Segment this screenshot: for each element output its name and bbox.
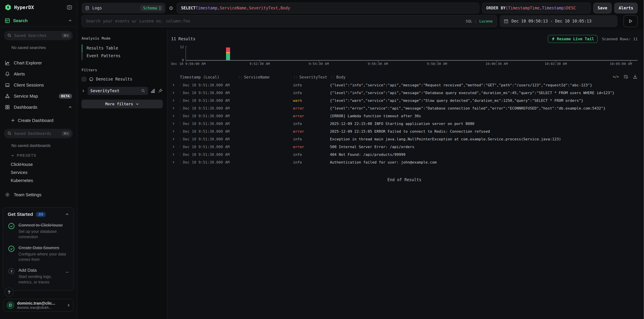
saved-searches-input[interactable]: ⌘K — [4, 31, 73, 40]
column-header-servicename[interactable]: ⋮⋮ServiceName — [238, 75, 293, 79]
resume-live-tail-button[interactable]: Resume Live Tail — [548, 35, 598, 43]
lang-sql-toggle[interactable]: SQL — [466, 19, 472, 23]
row-expand-chevron-icon[interactable] — [171, 145, 180, 148]
get-started-step-add-data[interactable]: 3 Add Data Start sending logs, metrics, … — [8, 268, 69, 285]
row-expand-chevron-icon[interactable] — [171, 99, 180, 102]
events-histogram[interactable]: 12 0 Dec 10 9:50:00 AM9:52:30 AM9:54:30 … — [171, 45, 638, 66]
column-header-severitytext[interactable]: ⋮⋮SeverityText — [293, 75, 330, 79]
search-input[interactable] — [86, 19, 462, 23]
row-expand-chevron-icon[interactable] — [171, 114, 180, 118]
table-header: Timestamp (Local) ⋮⋮ServiceName ⋮⋮Severi… — [171, 73, 638, 81]
table-row[interactable]: Dec 10 9:51:30.000 AM error 500 Internal… — [171, 143, 638, 151]
chevron-up-icon[interactable] — [65, 212, 69, 216]
drag-handle-icon[interactable]: ⋮⋮ — [238, 75, 242, 79]
table-row[interactable]: Dec 10 9:51:30.000 AM error [ERROR] Lamb… — [171, 112, 638, 120]
get-started-step-datasources[interactable]: Create Data Sources Configure where your… — [8, 245, 69, 262]
table-row[interactable]: Dec 10 9:51:30.000 AM warn {"level":"war… — [171, 97, 638, 104]
bell-icon — [5, 71, 10, 77]
sidebar-item-alerts[interactable]: Alerts — [0, 68, 77, 79]
source-select[interactable]: Logs Schema — [82, 3, 166, 13]
chevron-up-icon[interactable] — [68, 19, 72, 23]
run-query-button[interactable] — [624, 15, 638, 27]
mode-event-patterns[interactable]: Event Patterns — [82, 52, 163, 60]
column-header-body[interactable]: ⋮⋮Body — [330, 75, 638, 79]
sidebar-nav: Chart Explorer Alerts Client Sessions Se… — [0, 57, 77, 113]
schema-label: Schema — [143, 6, 157, 10]
user-account[interactable]: D dominic.tran@clic... dominic.tran@clic… — [3, 299, 74, 312]
schema-select[interactable]: Schema — [140, 5, 164, 11]
saved-dashboards-field[interactable] — [14, 131, 59, 136]
table-row[interactable]: Dec 10 9:51:30.000 AM error {"level":"er… — [171, 104, 638, 112]
chevron-up-icon[interactable] — [68, 105, 72, 109]
row-expand-chevron-icon[interactable] — [171, 122, 180, 125]
source-settings-gear-icon[interactable]: ⚙ — [168, 5, 174, 11]
row-expand-chevron-icon[interactable] — [171, 153, 180, 156]
table-row[interactable]: Dec 10 9:51:30.000 AM info {"level":"inf… — [171, 81, 638, 89]
create-dashboard-button[interactable]: Create Dashboard — [0, 115, 77, 125]
table-row[interactable]: Dec 10 9:51:30.000 AM info 404 Not Found… — [171, 151, 638, 158]
row-expand-chevron-icon[interactable] — [171, 106, 180, 110]
view-source-icon[interactable]: </> — [613, 75, 619, 79]
saved-dashboards-input[interactable]: ⌘K — [4, 129, 73, 138]
drag-handle-icon[interactable]: ⋮⋮ — [293, 75, 298, 79]
preset-item-clickhouse[interactable]: ClickHouse — [0, 160, 77, 168]
cell-severitytext: warn — [293, 98, 330, 103]
help-button[interactable]: ? — [4, 288, 14, 297]
sidebar-item-client-sessions[interactable]: Client Sessions — [0, 79, 77, 91]
table-row[interactable]: Dec 10 9:51:30.000 AM info 2025-12-09 22… — [171, 120, 638, 127]
histogram-bar-error[interactable] — [226, 47, 230, 52]
collapse-sidebar-icon[interactable] — [67, 5, 72, 10]
download-icon[interactable] — [632, 74, 638, 79]
row-expand-chevron-icon[interactable] — [171, 137, 180, 141]
severity-filter-input[interactable]: SeverityText — [88, 87, 148, 95]
denoise-checkbox[interactable] — [82, 77, 86, 81]
sidebar-item-service-map[interactable]: Service Map BETA — [0, 91, 77, 102]
get-started-step-connect[interactable]: Connect to ClickHouse Set up your databa… — [8, 222, 69, 240]
row-expand-chevron-icon[interactable] — [171, 83, 180, 87]
histogram-bar-warn[interactable] — [226, 52, 230, 53]
cell-body: Exception in thread main java.lang.NullP… — [330, 137, 638, 141]
preset-item-kubernetes[interactable]: Kubernetes — [0, 176, 77, 185]
cell-body: 404 Not Found: /api/products/99999 — [330, 152, 638, 157]
table-row[interactable]: Dec 10 9:51:30.000 AM info Exception in … — [171, 135, 638, 143]
bar-chart-icon[interactable] — [150, 88, 156, 93]
select-fields-rest: ,ServiceName,SeverityText,Body — [218, 6, 290, 10]
table-row[interactable]: Dec 10 9:51:30.000 AM info {"level":"inf… — [171, 89, 638, 97]
presets-toggle[interactable]: PRESETS — [11, 153, 77, 158]
severity-filter-row: SeverityText — [82, 87, 163, 95]
order-by-input[interactable]: ORDER BY (TimestampTime, Timestamp) DESC — [482, 3, 591, 13]
date-range-picker[interactable]: Dec 10 09:50:13 - Dec 10 10:05:13 — [500, 15, 618, 27]
alerts-button[interactable]: Alerts — [614, 3, 638, 13]
chevron-right-icon[interactable] — [82, 89, 85, 93]
sidebar: HyperDX Search ⌘K No saved searches — [0, 0, 77, 319]
sidebar-item-label: Chart Explorer — [14, 60, 42, 66]
cell-severitytext: info — [293, 83, 330, 87]
histogram-bar-info[interactable] — [226, 53, 230, 60]
row-expand-chevron-icon[interactable] — [171, 91, 180, 94]
preset-item-services[interactable]: Services — [0, 168, 77, 176]
drag-handle-icon[interactable]: ⋮⋮ — [330, 75, 334, 79]
sidebar-item-dashboards[interactable]: Dashboards — [0, 102, 77, 113]
lang-lucene-toggle[interactable]: Lucene — [480, 19, 493, 23]
sidebar-item-chart-explorer[interactable]: Chart Explorer — [0, 57, 77, 68]
sidebar-item-team-settings[interactable]: Team Settings — [0, 189, 77, 200]
row-expand-chevron-icon[interactable] — [171, 130, 180, 133]
sidebar-item-search[interactable]: Search — [0, 15, 77, 27]
select-clause-input[interactable]: SELECT Timestamp,ServiceName,SeverityTex… — [177, 3, 479, 13]
wrap-lines-icon[interactable] — [623, 74, 628, 79]
step-title: Create Data Sources — [18, 245, 69, 251]
search-toolbar: SQL | Lucene Dec 10 09:50:13 - Dec 10 10… — [77, 15, 643, 29]
create-dashboard-label: Create Dashboard — [18, 118, 53, 123]
step-subtitle: Configure where your data comes from — [18, 251, 69, 262]
table-row[interactable]: Dec 10 9:51:30.000 AM error 2025-12-09 2… — [171, 127, 638, 135]
more-filters-button[interactable]: More filters — [82, 100, 163, 108]
save-button[interactable]: Save — [593, 3, 612, 13]
row-expand-chevron-icon[interactable] — [171, 161, 180, 164]
scanned-rows-text: Scanned Rows: 11 — [602, 37, 638, 41]
pin-icon[interactable] — [158, 88, 163, 93]
mode-results-table[interactable]: Results Table — [82, 44, 163, 52]
table-row[interactable]: Dec 10 9:51:30.000 AM info Authenticatio… — [171, 158, 638, 166]
saved-searches-field[interactable] — [14, 33, 59, 38]
event-search-box[interactable]: SQL | Lucene — [82, 15, 497, 27]
column-header-timestamp[interactable]: Timestamp (Local) — [180, 75, 238, 79]
